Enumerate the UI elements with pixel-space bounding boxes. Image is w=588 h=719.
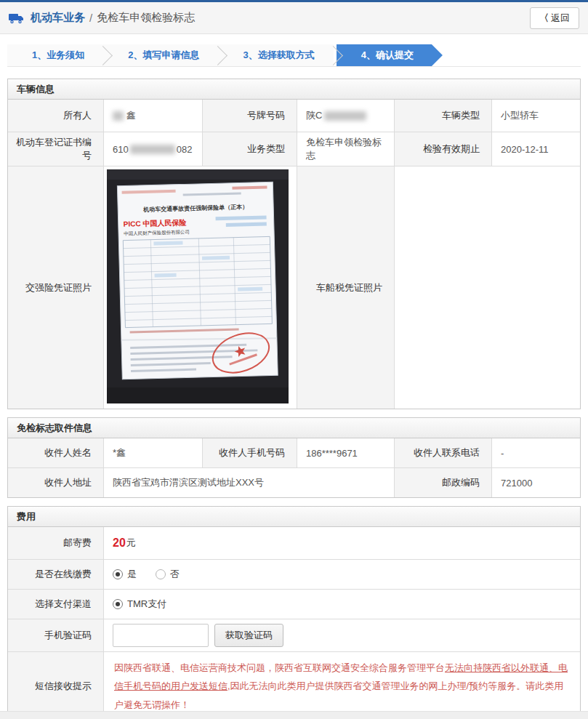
back-button[interactable]: 〈返回	[530, 7, 579, 29]
truck-icon	[9, 12, 25, 24]
plate-number-value: 陕C	[297, 100, 394, 132]
registration-cert-label: 机动车登记证书编号	[8, 132, 103, 166]
page-header: 机动车业务 / 免检车申领检验标志 〈返回	[0, 2, 588, 34]
breadcrumb-separator: /	[89, 12, 92, 24]
tab-step-4-confirm-submit[interactable]: 4、确认提交	[337, 44, 443, 66]
vessel-tax-photo-cell	[394, 166, 580, 409]
postage-label: 邮寄费	[8, 527, 103, 559]
plate-number-label: 号牌号码	[202, 100, 297, 132]
insurance-photo-cell: 机动车交通事故责任强制保险单（正本） PICC 中国人民保险 中国人民财产保险股…	[103, 166, 297, 409]
inspection-valid-until-label: 检验有效期止	[394, 132, 491, 166]
pickup-info-title: 免检标志取件信息	[8, 418, 580, 438]
recipient-tel-value: -	[491, 438, 580, 467]
recipient-tel-label: 收件人联系电话	[394, 438, 491, 467]
postage-amount: 20	[113, 537, 126, 550]
online-pay-no-label: 否	[170, 568, 180, 581]
recipient-phone-label: 收件人手机号码	[202, 438, 297, 467]
sms-code-label: 手机验证码	[8, 619, 103, 651]
fee-section: 费用 邮寄费 20 元 是否在线缴费 是 否 选择支付渠道 TMR支付 手机验证…	[7, 506, 581, 719]
module-title: 机动车业务	[31, 11, 85, 25]
vehicle-type-value: 小型轿车	[491, 100, 580, 132]
postage-unit: 元	[126, 537, 136, 550]
fee-title: 费用	[8, 507, 580, 527]
pickup-info-section: 免检标志取件信息 收件人姓名 *鑫 收件人手机号码 186****9671 收件…	[7, 417, 581, 498]
redacted-blur	[113, 111, 124, 121]
tab-step-3-pickup-method[interactable]: 3、选择获取方式	[218, 44, 333, 66]
sms-code-input[interactable]	[113, 624, 209, 647]
online-pay-yes-label: 是	[127, 568, 137, 581]
recipient-address-value: 陕西省宝鸡市渭滨区测试地址XXX号	[103, 468, 394, 497]
owner-label: 所有人	[8, 100, 103, 132]
zip-code-value: 721000	[491, 468, 580, 497]
vehicle-type-label: 车辆类型	[394, 100, 491, 132]
inspection-valid-until-value: 2020-12-11	[491, 132, 580, 166]
tab-step-2-fill-info[interactable]: 2、填写申请信息	[103, 44, 218, 66]
sms-code-row: 获取验证码	[103, 619, 580, 651]
registration-cert-value: 610082	[103, 132, 202, 166]
radio-tmr-pay[interactable]	[113, 599, 123, 609]
sms-tip-text: 因陕西省联通、电信运营商技术问题，陕西省互联网交通安全综合服务管理平台无法向持陕…	[103, 652, 580, 719]
radio-online-pay-no[interactable]	[156, 569, 166, 579]
get-code-button[interactable]: 获取验证码	[214, 624, 283, 647]
radio-online-pay-yes[interactable]	[113, 569, 123, 579]
payment-channel-options: TMR支付	[103, 590, 580, 619]
insurance-certificate-photo: 机动车交通事故责任强制保险单（正本） PICC 中国人民保险 中国人民财产保险股…	[107, 169, 289, 403]
recipient-phone-value: 186****9671	[297, 438, 394, 467]
recipient-name-value: *鑫	[103, 438, 202, 467]
vehicle-info-title: 车辆信息	[8, 79, 580, 100]
tmr-pay-label: TMR支付	[127, 598, 166, 611]
redacted-blur	[130, 145, 175, 154]
page-title: 免检车申领检验标志	[97, 11, 195, 25]
insurance-photo-label: 交强险凭证照片	[8, 166, 103, 409]
step-progress-bar: 1、业务须知 2、填写申请信息 3、选择获取方式 4、确认提交	[7, 44, 581, 67]
owner-value: 鑫	[103, 100, 202, 132]
online-payment-options: 是 否	[103, 560, 580, 589]
back-arrow-icon: 〈	[539, 12, 549, 23]
recipient-name-label: 收件人姓名	[8, 438, 103, 467]
photo-picc-logo: PICC 中国人民保险	[124, 218, 187, 228]
vehicle-info-section: 车辆信息 所有人 鑫 号牌号码 陕C 车辆类型 小型轿车 机动车登记证书编号 6…	[7, 79, 581, 409]
sms-tip-label: 短信接收提示	[8, 652, 103, 719]
bottom-bar	[0, 711, 588, 719]
business-type-value: 免检车申领检验标志	[297, 132, 394, 166]
recipient-address-label: 收件人地址	[8, 468, 103, 497]
postage-value: 20 元	[103, 527, 580, 559]
business-type-label: 业务类型	[202, 132, 297, 166]
vessel-tax-photo-label: 车船税凭证照片	[297, 166, 394, 409]
online-payment-label: 是否在线缴费	[8, 560, 103, 589]
tab-step-1-notice[interactable]: 1、业务须知	[7, 44, 103, 66]
redacted-blur	[324, 111, 366, 121]
zip-code-label: 邮政编码	[394, 468, 491, 497]
payment-channel-label: 选择支付渠道	[8, 590, 103, 619]
